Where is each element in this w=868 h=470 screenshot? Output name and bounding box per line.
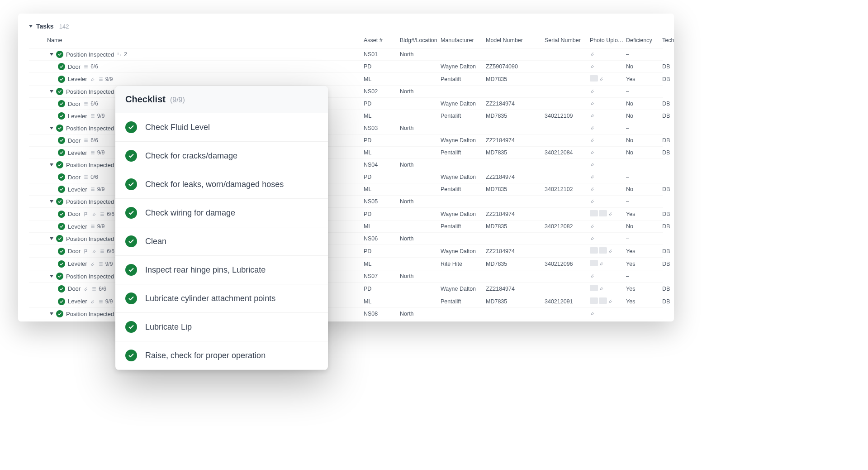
- photo-cell[interactable]: [590, 75, 626, 83]
- checkmark-icon[interactable]: [58, 63, 65, 70]
- checkmark-icon[interactable]: [56, 161, 63, 168]
- photo-cell[interactable]: [590, 247, 626, 255]
- checkmark-icon[interactable]: [56, 310, 63, 317]
- photo-cell[interactable]: [590, 113, 626, 120]
- checkmark-icon[interactable]: [58, 149, 65, 156]
- checkmark-icon[interactable]: [58, 112, 65, 120]
- photo-cell[interactable]: [590, 125, 626, 132]
- checkmark-icon[interactable]: [58, 260, 65, 268]
- paperclip-icon[interactable]: [608, 248, 613, 254]
- paperclip-icon[interactable]: [590, 149, 595, 155]
- photo-thumb[interactable]: [590, 260, 598, 266]
- photo-cell[interactable]: [590, 210, 626, 218]
- checklist-item[interactable]: Clean: [115, 227, 328, 256]
- paperclip-icon[interactable]: [590, 51, 595, 57]
- paperclip-icon[interactable]: [599, 261, 604, 266]
- chevron-down-icon[interactable]: [50, 237, 53, 240]
- checkmark-icon[interactable]: [58, 100, 65, 107]
- paperclip-icon[interactable]: [599, 286, 604, 291]
- checkmark-icon[interactable]: [125, 178, 137, 190]
- checklist-item[interactable]: Inspect rear hinge pins, Lubricate: [115, 256, 328, 284]
- paperclip-icon[interactable]: [590, 186, 595, 192]
- photo-cell[interactable]: [590, 235, 626, 242]
- checklist-item[interactable]: Check for leaks, worn/damaged hoses: [115, 170, 328, 199]
- paperclip-icon[interactable]: [608, 211, 613, 216]
- checkmark-icon[interactable]: [58, 248, 65, 255]
- col-photo[interactable]: Photo Uplo…: [590, 37, 626, 43]
- checklist-item[interactable]: Lubricate cylinder attachment points: [115, 284, 328, 313]
- paperclip-icon[interactable]: [590, 125, 595, 130]
- photo-cell[interactable]: [590, 311, 626, 317]
- paperclip-icon[interactable]: [590, 174, 595, 179]
- paperclip-icon[interactable]: [590, 198, 595, 204]
- chevron-down-icon[interactable]: [29, 25, 33, 28]
- checklist-item[interactable]: Check Fluid Level: [115, 113, 328, 142]
- photo-cell[interactable]: [590, 101, 626, 107]
- col-model[interactable]: Model Number: [486, 37, 545, 43]
- photo-cell[interactable]: [590, 51, 626, 58]
- checkmark-icon[interactable]: [125, 350, 137, 361]
- photo-thumb[interactable]: [590, 297, 598, 304]
- name-cell[interactable]: Leveler 9/9: [47, 76, 364, 83]
- photo-cell[interactable]: [590, 174, 626, 181]
- paperclip-icon[interactable]: [590, 162, 595, 167]
- chevron-down-icon[interactable]: [50, 163, 53, 166]
- photo-cell[interactable]: [590, 137, 626, 144]
- col-location[interactable]: Bldg#/Location: [400, 37, 441, 43]
- checkmark-icon[interactable]: [56, 235, 63, 242]
- checkmark-icon[interactable]: [56, 88, 63, 95]
- col-name[interactable]: Name: [47, 37, 364, 43]
- checkmark-icon[interactable]: [58, 173, 65, 181]
- paperclip-icon[interactable]: [590, 311, 595, 316]
- paperclip-icon[interactable]: [590, 88, 595, 94]
- checkmark-icon[interactable]: [125, 235, 137, 247]
- photo-thumb[interactable]: [590, 75, 598, 82]
- checkmark-icon[interactable]: [125, 264, 137, 276]
- paperclip-icon[interactable]: [590, 113, 595, 118]
- checkmark-icon[interactable]: [56, 198, 63, 205]
- chevron-down-icon[interactable]: [50, 53, 53, 56]
- checkmark-icon[interactable]: [58, 186, 65, 193]
- name-cell[interactable]: Position Inspected2: [47, 51, 364, 58]
- checklist-item[interactable]: Raise, check for proper operation: [115, 341, 328, 370]
- checkmark-icon[interactable]: [58, 223, 65, 230]
- photo-thumb[interactable]: [599, 247, 607, 254]
- photo-cell[interactable]: [590, 186, 626, 193]
- chevron-down-icon[interactable]: [50, 90, 53, 93]
- chevron-down-icon[interactable]: [50, 200, 53, 203]
- photo-cell[interactable]: [590, 149, 626, 156]
- name-cell[interactable]: Door6/6: [47, 63, 364, 70]
- col-deficiency[interactable]: Deficiency: [626, 37, 662, 43]
- checklist-item[interactable]: Check for cracks/damage: [115, 142, 328, 170]
- checkmark-icon[interactable]: [58, 137, 65, 144]
- checkmark-icon[interactable]: [58, 285, 65, 293]
- paperclip-icon[interactable]: [590, 137, 595, 143]
- photo-thumb[interactable]: [590, 210, 598, 216]
- photo-cell[interactable]: [590, 162, 626, 168]
- photo-cell[interactable]: [590, 297, 626, 305]
- paperclip-icon[interactable]: [590, 235, 595, 241]
- photo-cell[interactable]: [590, 88, 626, 95]
- photo-cell[interactable]: [590, 285, 626, 293]
- checkmark-icon[interactable]: [56, 273, 63, 280]
- photo-cell[interactable]: [590, 273, 626, 280]
- chevron-down-icon[interactable]: [50, 127, 53, 129]
- checkmark-icon[interactable]: [58, 298, 65, 305]
- photo-cell[interactable]: [590, 198, 626, 205]
- paperclip-icon[interactable]: [590, 273, 595, 278]
- checkmark-icon[interactable]: [125, 321, 137, 333]
- photo-thumb[interactable]: [599, 297, 607, 304]
- checkmark-icon[interactable]: [58, 211, 65, 218]
- photo-cell[interactable]: [590, 223, 626, 230]
- checkmark-icon[interactable]: [56, 51, 63, 58]
- checkmark-icon[interactable]: [58, 76, 65, 83]
- checkmark-icon[interactable]: [125, 207, 137, 219]
- chevron-down-icon[interactable]: [50, 312, 53, 315]
- checklist-item[interactable]: Check wiring for damage: [115, 199, 328, 227]
- paperclip-icon[interactable]: [590, 101, 595, 106]
- paperclip-icon[interactable]: [590, 223, 595, 229]
- col-asset[interactable]: Asset #: [364, 37, 400, 43]
- photo-thumb[interactable]: [590, 285, 598, 291]
- chevron-down-icon[interactable]: [50, 275, 53, 278]
- paperclip-icon[interactable]: [608, 298, 613, 304]
